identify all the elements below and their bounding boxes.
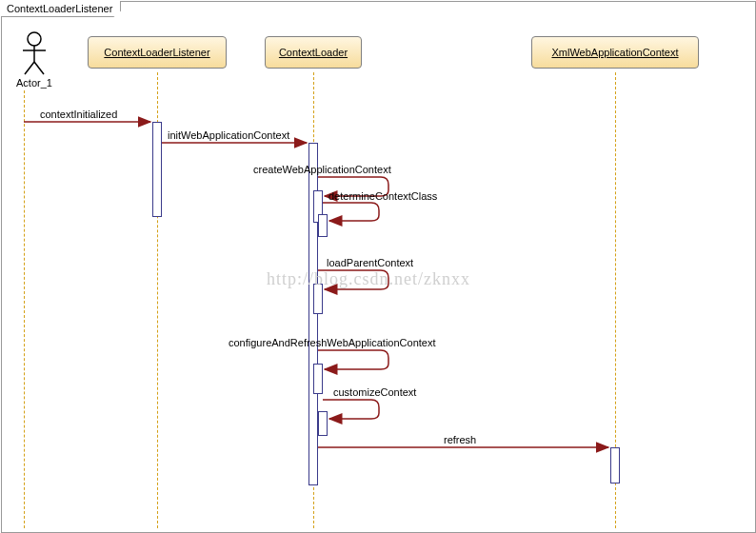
msg-configureandrefresh: configureAndRefreshWebApplicationContext <box>229 337 435 348</box>
msg-contextinitialized: contextInitialized <box>40 109 117 120</box>
msg-refresh: refresh <box>444 434 476 445</box>
msg-initwebapplicationcontext: initWebApplicationContext <box>168 129 289 141</box>
sequence-diagram: ContextLoaderListener Actor_1 ContextLoa… <box>0 0 756 533</box>
msg-loadparentcontext: loadParentContext <box>327 257 413 268</box>
msg-customizecontext: customizeContext <box>333 386 416 398</box>
msg-createwebapplicationcontext: createWebApplicationContext <box>253 164 391 175</box>
msg-determinecontextclass: determineContextClass <box>328 190 437 202</box>
